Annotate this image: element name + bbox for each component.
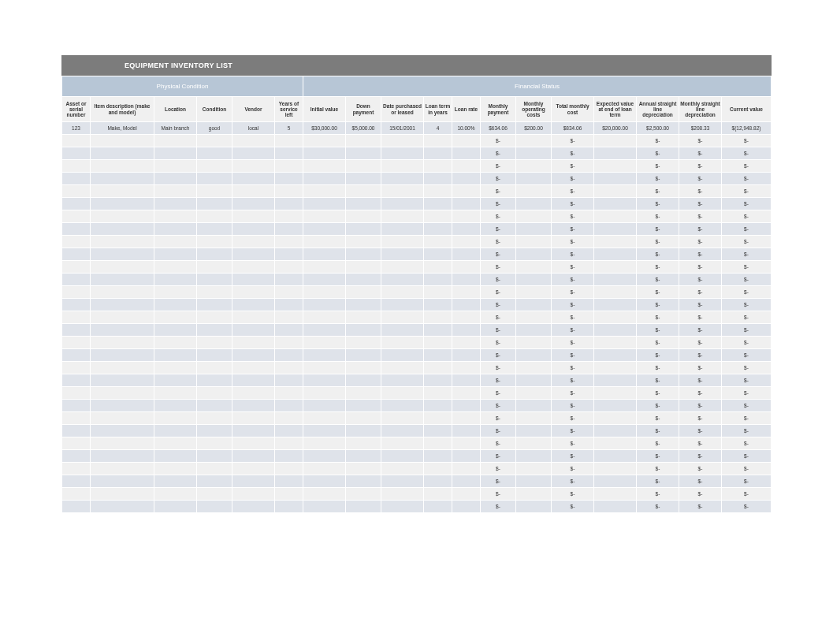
cell-empty <box>232 223 275 236</box>
cell-empty <box>154 210 197 223</box>
cell-empty <box>452 210 481 223</box>
cell-empty: $- <box>481 488 516 501</box>
cell-empty <box>346 299 381 311</box>
cell-empty <box>303 362 346 374</box>
cell-empty <box>381 324 424 337</box>
cell-empty <box>62 387 91 400</box>
cell-empty <box>346 173 381 185</box>
cell-total: $834.06 <box>552 122 594 135</box>
cell-empty: $- <box>481 236 516 248</box>
cell-empty: $- <box>552 337 594 349</box>
table-row: $-$-$-$-$- <box>62 160 772 173</box>
cell-empty <box>424 286 452 299</box>
cell-empty <box>232 261 275 274</box>
cell-empty <box>232 147 275 160</box>
cell-empty: $- <box>552 475 594 488</box>
cell-empty <box>516 437 552 450</box>
cell-empty <box>594 274 637 286</box>
cell-empty <box>452 261 481 274</box>
cell-empty <box>346 274 381 286</box>
cell-empty <box>452 463 481 475</box>
cell-empty <box>232 160 275 173</box>
cell-empty <box>381 160 424 173</box>
cell-empty: $- <box>481 412 516 425</box>
cell-empty <box>91 286 154 299</box>
group-header-row: Physical Condition Financial Status <box>62 76 772 97</box>
cell-empty <box>62 337 91 349</box>
cell-empty: $- <box>722 488 772 501</box>
cell-empty <box>91 412 154 425</box>
cell-empty <box>197 173 232 185</box>
cell-empty <box>381 400 424 412</box>
cell-empty <box>452 173 481 185</box>
cell-empty <box>62 488 91 501</box>
cell-empty <box>424 147 452 160</box>
cell-empty: $- <box>552 286 594 299</box>
cell-empty <box>197 362 232 374</box>
cell-empty <box>424 261 452 274</box>
cell-empty <box>197 248 232 261</box>
cell-empty <box>62 160 91 173</box>
cell-empty: $- <box>552 236 594 248</box>
table-row: $-$-$-$-$- <box>62 185 772 198</box>
cell-empty: $- <box>722 400 772 412</box>
cell-empty <box>452 488 481 501</box>
cell-empty <box>154 261 197 274</box>
cell-empty <box>197 337 232 349</box>
cell-empty <box>275 437 303 450</box>
cell-empty <box>197 311 232 324</box>
cell-mondep: $208.33 <box>679 122 722 135</box>
cell-empty <box>154 311 197 324</box>
cell-empty <box>381 374 424 387</box>
cell-empty <box>91 450 154 463</box>
cell-empty: $- <box>552 173 594 185</box>
cell-empty <box>303 286 346 299</box>
cell-empty <box>154 173 197 185</box>
cell-empty <box>275 374 303 387</box>
cell-empty <box>452 286 481 299</box>
cell-empty <box>275 324 303 337</box>
cell-empty: $- <box>679 437 722 450</box>
col-mondep: Monthly straight line depreciation <box>679 97 722 122</box>
cell-empty <box>275 412 303 425</box>
cell-empty <box>452 400 481 412</box>
cell-empty <box>516 248 552 261</box>
cell-empty: $- <box>679 173 722 185</box>
cell-empty <box>346 387 381 400</box>
cell-empty: $- <box>481 337 516 349</box>
cell-empty <box>62 198 91 210</box>
cell-empty <box>275 236 303 248</box>
table-row: $-$-$-$-$- <box>62 135 772 147</box>
cell-empty: $- <box>637 362 679 374</box>
cell-empty <box>62 173 91 185</box>
cell-empty: $- <box>722 261 772 274</box>
cell-empty <box>62 400 91 412</box>
cell-empty: $- <box>552 450 594 463</box>
cell-empty <box>424 135 452 147</box>
cell-empty <box>424 324 452 337</box>
cell-empty <box>197 463 232 475</box>
cell-empty <box>594 147 637 160</box>
table-row: $-$-$-$-$- <box>62 475 772 488</box>
cell-empty <box>516 450 552 463</box>
cell-empty: $- <box>679 387 722 400</box>
cell-empty <box>197 261 232 274</box>
cell-empty: $- <box>722 198 772 210</box>
col-years: Years of service left <box>275 97 303 122</box>
cell-empty: $- <box>679 160 722 173</box>
cell-empty <box>381 437 424 450</box>
cell-empty <box>346 311 381 324</box>
cell-empty: $- <box>552 425 594 437</box>
table-row: $-$-$-$-$- <box>62 400 772 412</box>
cell-empty <box>154 198 197 210</box>
cell-empty <box>594 501 637 513</box>
cell-empty: $- <box>481 450 516 463</box>
cell-empty <box>381 173 424 185</box>
cell-empty <box>197 185 232 198</box>
cell-empty: $- <box>722 147 772 160</box>
cell-empty <box>154 501 197 513</box>
cell-empty <box>91 362 154 374</box>
cell-empty <box>62 349 91 362</box>
cell-empty <box>424 236 452 248</box>
cell-empty: $- <box>637 185 679 198</box>
